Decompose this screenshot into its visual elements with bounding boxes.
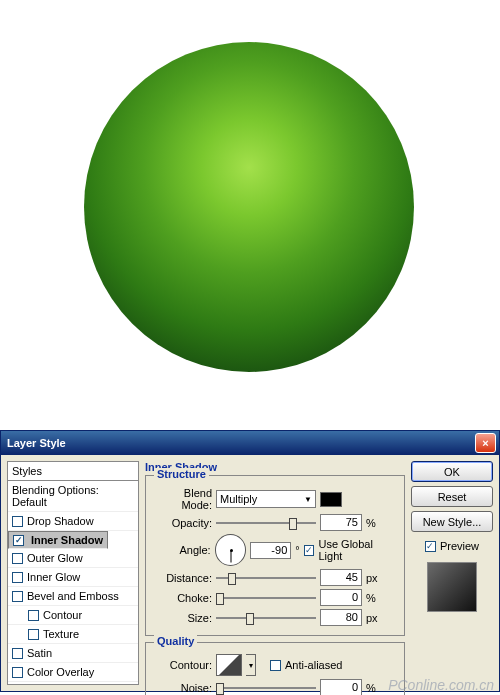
angle-input[interactable]: -90 bbox=[250, 542, 291, 559]
distance-label: Distance: bbox=[152, 572, 212, 584]
checkbox[interactable] bbox=[12, 516, 23, 527]
opacity-label: Opacity: bbox=[152, 517, 212, 529]
effect-row[interactable]: Color Overlay bbox=[8, 663, 138, 682]
size-label: Size: bbox=[152, 612, 212, 624]
preview-label: Preview bbox=[440, 540, 479, 552]
contour-dropdown[interactable]: ▾ bbox=[246, 654, 256, 676]
effects-list: Styles Blending Options: Default Drop Sh… bbox=[7, 461, 139, 685]
checkbox[interactable] bbox=[28, 629, 39, 640]
noise-input[interactable]: 0 bbox=[320, 679, 362, 695]
dialog-titlebar[interactable]: Layer Style × bbox=[1, 431, 499, 455]
preview-swatch bbox=[427, 562, 477, 612]
contour-label: Contour: bbox=[152, 659, 212, 671]
noise-label: Noise: bbox=[152, 682, 212, 694]
chevron-down-icon: ▼ bbox=[304, 495, 312, 504]
quality-group: Quality Contour: ▾ Anti-aliased Noise: 0… bbox=[145, 642, 405, 695]
layer-style-dialog: Layer Style × Styles Blending Options: D… bbox=[0, 430, 500, 692]
antialiased-label: Anti-aliased bbox=[285, 659, 342, 671]
choke-slider[interactable] bbox=[216, 591, 316, 605]
global-light-label: Use Global Light bbox=[318, 538, 398, 562]
effect-row[interactable]: Bevel and Emboss bbox=[8, 587, 138, 606]
size-slider[interactable] bbox=[216, 611, 316, 625]
dialog-body: Styles Blending Options: Default Drop Sh… bbox=[1, 455, 499, 691]
global-light-checkbox[interactable]: ✓ bbox=[304, 545, 315, 556]
blending-options-row[interactable]: Blending Options: Default bbox=[8, 481, 138, 512]
styles-header[interactable]: Styles bbox=[8, 462, 138, 481]
contour-picker[interactable] bbox=[216, 654, 242, 676]
checkbox[interactable] bbox=[12, 667, 23, 678]
effect-row[interactable]: Inner Glow bbox=[8, 568, 138, 587]
effect-row[interactable]: Satin bbox=[8, 644, 138, 663]
checkbox[interactable] bbox=[12, 572, 23, 583]
choke-label: Choke: bbox=[152, 592, 212, 604]
angle-dial[interactable] bbox=[215, 534, 246, 566]
canvas-area bbox=[0, 0, 500, 420]
blendmode-label: Blend Mode: bbox=[152, 487, 212, 511]
shadow-color-swatch[interactable] bbox=[320, 492, 342, 507]
antialiased-checkbox[interactable] bbox=[270, 660, 281, 671]
effect-row[interactable]: Texture bbox=[8, 625, 138, 644]
quality-legend: Quality bbox=[154, 635, 197, 647]
dialog-title: Layer Style bbox=[7, 437, 66, 449]
close-button[interactable]: × bbox=[475, 433, 496, 453]
settings-panel: Inner Shadow Structure Blend Mode: Multi… bbox=[145, 461, 405, 685]
preview-checkbox[interactable]: ✓ bbox=[425, 541, 436, 552]
distance-input[interactable]: 45 bbox=[320, 569, 362, 586]
reset-button[interactable]: Reset bbox=[411, 486, 493, 507]
checkbox[interactable]: ✓ bbox=[13, 535, 24, 546]
ok-button[interactable]: OK bbox=[411, 461, 493, 482]
opacity-slider[interactable] bbox=[216, 516, 316, 530]
opacity-input[interactable]: 75 bbox=[320, 514, 362, 531]
effect-row[interactable]: ✓Inner Shadow bbox=[8, 531, 108, 549]
checkbox[interactable] bbox=[28, 610, 39, 621]
effect-row[interactable]: Outer Glow bbox=[8, 549, 138, 568]
choke-input[interactable]: 0 bbox=[320, 589, 362, 606]
checkbox[interactable] bbox=[12, 648, 23, 659]
chevron-down-icon: ▾ bbox=[249, 661, 253, 670]
noise-slider[interactable] bbox=[216, 681, 316, 695]
checkbox[interactable] bbox=[12, 591, 23, 602]
structure-group: Structure Blend Mode: Multiply▼ Opacity:… bbox=[145, 475, 405, 636]
distance-slider[interactable] bbox=[216, 571, 316, 585]
blendmode-select[interactable]: Multiply▼ bbox=[216, 490, 316, 508]
effect-row[interactable]: Drop Shadow bbox=[8, 512, 138, 531]
checkbox[interactable] bbox=[12, 553, 23, 564]
angle-label: Angle: bbox=[152, 544, 211, 556]
dialog-buttons: OK Reset New Style... ✓Preview bbox=[411, 461, 493, 685]
effect-row[interactable]: Gradient Overlay bbox=[8, 682, 138, 685]
effect-row[interactable]: Contour bbox=[8, 606, 138, 625]
new-style-button[interactable]: New Style... bbox=[411, 511, 493, 532]
close-icon: × bbox=[482, 437, 488, 449]
size-input[interactable]: 80 bbox=[320, 609, 362, 626]
green-sphere bbox=[84, 42, 414, 372]
structure-legend: Structure bbox=[154, 468, 209, 480]
